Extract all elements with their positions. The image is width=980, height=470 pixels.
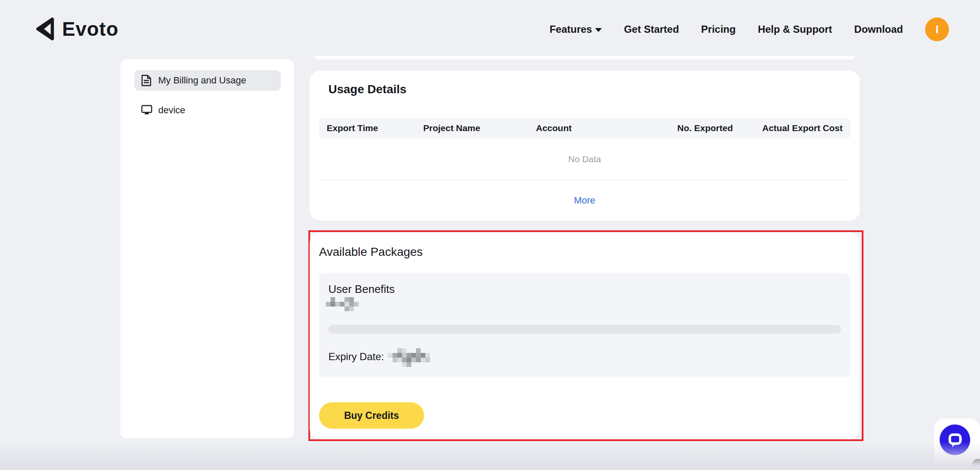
column-export-time: Export Time [327,123,423,133]
monitor-icon [141,104,152,117]
evoto-logo-icon [35,16,55,42]
nav-help-support[interactable]: Help & Support [758,23,832,35]
nav-get-started[interactable]: Get Started [624,23,679,35]
evoto-logo[interactable]: Evoto [35,16,119,42]
nav-pricing[interactable]: Pricing [701,23,735,35]
bottom-gradient [0,442,980,470]
sidebar-item-billing-label: My Billing and Usage [158,75,246,86]
nav-pricing-label: Pricing [701,23,735,35]
censored-credits-value [326,297,330,302]
nav-features[interactable]: Features [550,23,602,35]
column-actual-export-cost: Actual Export Cost [733,123,843,133]
nav-get-started-label: Get Started [624,23,679,35]
nav-features-label: Features [550,23,592,35]
expiry-date-row: Expiry Date: [328,351,384,363]
user-benefits-title: User Benefits [328,283,395,296]
censored-expiry-date [388,348,393,353]
logo-text: Evoto [62,17,119,40]
live-chat-button[interactable] [940,424,970,455]
sidebar-item-billing[interactable]: My Billing and Usage [134,70,281,91]
column-project-name: Project Name [423,123,536,133]
user-avatar[interactable]: I [925,17,949,41]
more-link[interactable]: More [310,195,860,206]
usage-details-card: Usage Details Export Time Project Name A… [310,71,860,221]
nav-download-label: Download [854,23,903,35]
top-nav: Features Get Started Pricing Help & Supp… [550,17,949,41]
nav-download[interactable]: Download [854,23,903,35]
sidebar-item-device-label: device [158,105,185,116]
avatar-initial: I [935,23,938,36]
empty-table-message: No Data [319,154,850,164]
available-packages-card: Available Packages User Benefits Expiry … [310,232,860,439]
buy-credits-button[interactable]: Buy Credits [319,402,424,429]
usage-table-header: Export Time Project Name Account No. Exp… [319,118,850,138]
sidebar: My Billing and Usage device [120,59,294,438]
billing-page: Evoto Features Get Started Pricing Help … [0,0,980,470]
table-divider [319,180,850,180]
chevron-down-icon [595,28,602,32]
chat-bubble-icon [946,431,963,448]
credits-progress-bar [328,325,841,334]
column-no-exported: No. Exported [664,123,733,133]
scrolled-card-edge [315,56,855,60]
nav-help-support-label: Help & Support [758,23,832,35]
expiry-date-label: Expiry Date: [328,351,384,362]
usage-details-title: Usage Details [328,83,407,96]
sidebar-item-device[interactable]: device [134,100,281,120]
available-packages-title: Available Packages [319,245,423,259]
document-icon [141,74,152,87]
user-benefits-card: User Benefits Expiry Date: [319,273,850,377]
chat-widget-corner-accent [972,459,980,470]
column-account: Account [536,123,664,133]
